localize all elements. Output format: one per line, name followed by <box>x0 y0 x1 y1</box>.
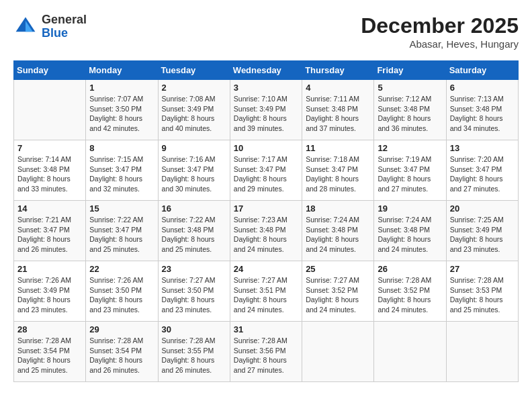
day-number: 16 <box>162 203 226 214</box>
day-number: 5 <box>378 83 442 93</box>
day-info: Sunrise: 7:26 AMSunset: 3:49 PMDaylight:… <box>17 275 82 315</box>
calendar-cell <box>374 322 446 382</box>
day-info: Sunrise: 7:14 AMSunset: 3:48 PMDaylight:… <box>17 154 82 194</box>
day-info: Sunrise: 7:18 AMSunset: 3:47 PMDaylight:… <box>306 154 370 194</box>
day-number: 19 <box>378 203 442 214</box>
calendar-cell: 3Sunrise: 7:10 AMSunset: 3:49 PMDaylight… <box>230 80 302 140</box>
day-info: Sunrise: 7:10 AMSunset: 3:49 PMDaylight:… <box>234 94 298 134</box>
day-number: 18 <box>306 203 370 214</box>
day-info: Sunrise: 7:11 AMSunset: 3:48 PMDaylight:… <box>306 94 370 134</box>
day-info: Sunrise: 7:25 AMSunset: 3:49 PMDaylight:… <box>450 215 515 255</box>
day-info: Sunrise: 7:12 AMSunset: 3:48 PMDaylight:… <box>378 94 442 134</box>
calendar-cell: 13Sunrise: 7:20 AMSunset: 3:47 PMDayligh… <box>446 140 518 201</box>
day-number: 31 <box>234 324 298 334</box>
calendar-cell: 21Sunrise: 7:26 AMSunset: 3:49 PMDayligh… <box>14 261 86 322</box>
weekday-header: Tuesday <box>158 61 230 80</box>
day-number: 25 <box>306 264 370 274</box>
weekday-header: Monday <box>86 61 158 80</box>
day-info: Sunrise: 7:28 AMSunset: 3:54 PMDaylight:… <box>17 336 82 375</box>
calendar-cell: 25Sunrise: 7:27 AMSunset: 3:52 PMDayligh… <box>302 261 374 322</box>
day-info: Sunrise: 7:16 AMSunset: 3:47 PMDaylight:… <box>162 154 226 194</box>
page-header: General Blue December 2025 Abasar, Heves… <box>13 13 519 50</box>
day-number: 6 <box>450 83 515 93</box>
calendar-cell: 31Sunrise: 7:28 AMSunset: 3:56 PMDayligh… <box>230 322 302 382</box>
day-number: 14 <box>17 203 82 214</box>
day-number: 8 <box>89 143 154 153</box>
weekday-header-row: SundayMondayTuesdayWednesdayThursdayFrid… <box>14 61 519 80</box>
day-number: 21 <box>17 264 82 274</box>
calendar-cell: 24Sunrise: 7:27 AMSunset: 3:51 PMDayligh… <box>230 261 302 322</box>
calendar-table: SundayMondayTuesdayWednesdayThursdayFrid… <box>13 60 519 382</box>
calendar-cell: 12Sunrise: 7:19 AMSunset: 3:47 PMDayligh… <box>374 140 446 201</box>
calendar-cell: 29Sunrise: 7:28 AMSunset: 3:54 PMDayligh… <box>86 322 158 382</box>
day-info: Sunrise: 7:22 AMSunset: 3:48 PMDaylight:… <box>162 215 226 255</box>
day-number: 11 <box>306 143 370 153</box>
day-info: Sunrise: 7:21 AMSunset: 3:47 PMDaylight:… <box>17 215 82 255</box>
logo: General Blue <box>13 13 87 40</box>
calendar-cell: 30Sunrise: 7:28 AMSunset: 3:55 PMDayligh… <box>158 322 230 382</box>
day-number: 15 <box>89 203 154 214</box>
weekday-header: Wednesday <box>230 61 302 80</box>
title-block: December 2025 Abasar, Heves, Hungary <box>361 13 519 50</box>
weekday-header: Sunday <box>14 61 86 80</box>
day-number: 12 <box>378 143 442 153</box>
day-info: Sunrise: 7:26 AMSunset: 3:50 PMDaylight:… <box>89 275 154 315</box>
calendar-cell: 4Sunrise: 7:11 AMSunset: 3:48 PMDaylight… <box>302 80 374 140</box>
day-number: 29 <box>89 324 154 334</box>
day-info: Sunrise: 7:24 AMSunset: 3:48 PMDaylight:… <box>306 215 370 255</box>
weekday-header: Friday <box>374 61 446 80</box>
day-info: Sunrise: 7:23 AMSunset: 3:48 PMDaylight:… <box>234 215 298 255</box>
calendar-cell: 16Sunrise: 7:22 AMSunset: 3:48 PMDayligh… <box>158 201 230 261</box>
calendar-cell <box>302 322 374 382</box>
calendar-cell: 22Sunrise: 7:26 AMSunset: 3:50 PMDayligh… <box>86 261 158 322</box>
day-number: 28 <box>17 324 82 334</box>
day-number: 24 <box>234 264 298 274</box>
day-info: Sunrise: 7:08 AMSunset: 3:49 PMDaylight:… <box>162 94 226 134</box>
day-number: 4 <box>306 83 370 93</box>
calendar-cell: 27Sunrise: 7:28 AMSunset: 3:53 PMDayligh… <box>446 261 518 322</box>
calendar-title: December 2025 <box>361 13 519 38</box>
day-number: 1 <box>89 83 154 93</box>
calendar-cell: 9Sunrise: 7:16 AMSunset: 3:47 PMDaylight… <box>158 140 230 201</box>
day-number: 27 <box>450 264 515 274</box>
logo-icon <box>13 15 38 39</box>
calendar-subtitle: Abasar, Heves, Hungary <box>361 38 519 50</box>
calendar-cell: 15Sunrise: 7:22 AMSunset: 3:47 PMDayligh… <box>86 201 158 261</box>
day-info: Sunrise: 7:20 AMSunset: 3:47 PMDaylight:… <box>450 154 515 194</box>
day-number: 9 <box>162 143 226 153</box>
day-info: Sunrise: 7:28 AMSunset: 3:55 PMDaylight:… <box>162 336 226 375</box>
calendar-week-row: 21Sunrise: 7:26 AMSunset: 3:49 PMDayligh… <box>14 261 519 322</box>
day-number: 2 <box>162 83 226 93</box>
calendar-cell: 8Sunrise: 7:15 AMSunset: 3:47 PMDaylight… <box>86 140 158 201</box>
calendar-week-row: 7Sunrise: 7:14 AMSunset: 3:48 PMDaylight… <box>14 140 519 201</box>
day-number: 22 <box>89 264 154 274</box>
day-number: 26 <box>378 264 442 274</box>
day-info: Sunrise: 7:28 AMSunset: 3:52 PMDaylight:… <box>378 275 442 315</box>
day-number: 3 <box>234 83 298 93</box>
calendar-cell: 23Sunrise: 7:27 AMSunset: 3:50 PMDayligh… <box>158 261 230 322</box>
day-info: Sunrise: 7:27 AMSunset: 3:51 PMDaylight:… <box>234 275 298 315</box>
weekday-header: Saturday <box>446 61 518 80</box>
day-number: 20 <box>450 203 515 214</box>
day-info: Sunrise: 7:13 AMSunset: 3:48 PMDaylight:… <box>450 94 515 134</box>
day-info: Sunrise: 7:27 AMSunset: 3:50 PMDaylight:… <box>162 275 226 315</box>
calendar-cell: 14Sunrise: 7:21 AMSunset: 3:47 PMDayligh… <box>14 201 86 261</box>
calendar-cell: 2Sunrise: 7:08 AMSunset: 3:49 PMDaylight… <box>158 80 230 140</box>
logo-blue: Blue <box>42 26 68 40</box>
day-number: 10 <box>234 143 298 153</box>
calendar-cell: 26Sunrise: 7:28 AMSunset: 3:52 PMDayligh… <box>374 261 446 322</box>
calendar-cell: 17Sunrise: 7:23 AMSunset: 3:48 PMDayligh… <box>230 201 302 261</box>
day-info: Sunrise: 7:24 AMSunset: 3:48 PMDaylight:… <box>378 215 442 255</box>
calendar-week-row: 1Sunrise: 7:07 AMSunset: 3:50 PMDaylight… <box>14 80 519 140</box>
calendar-cell: 19Sunrise: 7:24 AMSunset: 3:48 PMDayligh… <box>374 201 446 261</box>
day-number: 17 <box>234 203 298 214</box>
day-info: Sunrise: 7:17 AMSunset: 3:47 PMDaylight:… <box>234 154 298 194</box>
day-number: 13 <box>450 143 515 153</box>
calendar-cell: 1Sunrise: 7:07 AMSunset: 3:50 PMDaylight… <box>86 80 158 140</box>
day-number: 7 <box>17 143 82 153</box>
calendar-cell: 6Sunrise: 7:13 AMSunset: 3:48 PMDaylight… <box>446 80 518 140</box>
day-number: 23 <box>162 264 226 274</box>
day-info: Sunrise: 7:28 AMSunset: 3:56 PMDaylight:… <box>234 336 298 375</box>
calendar-cell: 11Sunrise: 7:18 AMSunset: 3:47 PMDayligh… <box>302 140 374 201</box>
day-info: Sunrise: 7:07 AMSunset: 3:50 PMDaylight:… <box>89 94 154 134</box>
